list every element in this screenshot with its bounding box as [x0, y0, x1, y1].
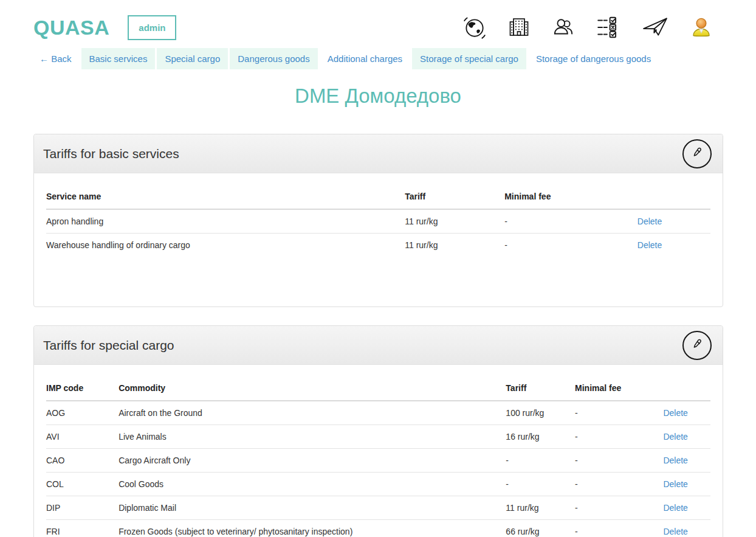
edit-special-button[interactable]: [682, 331, 712, 360]
delete-link[interactable]: Delete: [637, 240, 662, 250]
cell-action: Delete: [663, 496, 710, 520]
column-header: [637, 184, 710, 209]
cell-minimal-fee: -: [504, 234, 637, 257]
panel-title: Tariffs for basic services: [43, 147, 179, 161]
panel-special-header: Tariffs for special cargo: [34, 326, 723, 365]
delete-link[interactable]: Delete: [663, 456, 687, 465]
cell-tariff: 11 rur/kg: [506, 496, 575, 520]
column-header: Service name: [46, 184, 405, 209]
cell-imp-code: AVI: [46, 425, 119, 449]
table-row: Apron handling 11 rur/kg - Delete: [46, 209, 710, 234]
cell-commodity: Cool Goods: [119, 473, 506, 496]
cell-action: Delete: [637, 234, 710, 257]
column-header: IMP code: [46, 376, 119, 401]
nav-tab[interactable]: Storage of dangerous goods: [528, 48, 659, 69]
panel-special-cargo: Tariffs for special cargo IMP codeCommod…: [33, 325, 723, 537]
panel-basic-header: Tariffs for basic services: [34, 134, 723, 173]
cell-commodity: Diplomatic Mail: [119, 496, 506, 520]
cell-tariff: -: [506, 449, 575, 473]
column-header: Commodity: [119, 376, 506, 401]
cell-minimal-fee: -: [575, 449, 663, 473]
paper-plane-icon[interactable]: [641, 15, 670, 40]
cell-service-name: Apron handling: [46, 209, 405, 234]
table-row: AOG Aircraft on the Ground 100 rur/kg - …: [46, 401, 710, 425]
cell-tariff: 11 rur/kg: [405, 209, 504, 234]
nav-tab[interactable]: Storage of special cargo: [412, 48, 526, 69]
cell-action: Delete: [663, 473, 710, 496]
panel-special-body: IMP codeCommodityTariffMinimal fee AOG A…: [34, 365, 723, 537]
table-row: FRI Frozen Goods (subject to veterinary/…: [46, 520, 710, 537]
table-row: DIP Diplomatic Mail 11 rur/kg - Delete: [46, 496, 710, 520]
user-avatar-icon[interactable]: [689, 15, 713, 40]
panel-title: Tariffs for special cargo: [43, 338, 174, 353]
special-table-header-row: IMP codeCommodityTariffMinimal fee: [46, 376, 710, 401]
cell-minimal-fee: -: [575, 473, 663, 496]
cell-minimal-fee: -: [575, 425, 663, 449]
table-row: COL Cool Goods - - Delete: [46, 473, 710, 496]
users-icon[interactable]: [551, 15, 576, 40]
brand: QUASA admin: [33, 15, 176, 40]
app-logo[interactable]: QUASA: [33, 16, 109, 40]
column-header: Tariff: [405, 184, 504, 209]
nav-tab[interactable]: Additional charges: [320, 48, 410, 69]
cell-minimal-fee: -: [575, 496, 663, 520]
cell-commodity: Cargo Aircraft Only: [119, 449, 506, 473]
table-row: AVI Live Animals 16 rur/kg - Delete: [46, 425, 710, 449]
cell-tariff: -: [506, 473, 575, 496]
cell-imp-code: AOG: [46, 401, 119, 425]
header-icon-bar: [462, 15, 713, 40]
cell-action: Delete: [663, 425, 710, 449]
panel-basic-services: Tariffs for basic services Service nameT…: [33, 134, 723, 307]
column-header: Minimal fee: [575, 376, 663, 401]
column-header: Minimal fee: [504, 184, 637, 209]
task-list-icon[interactable]: [596, 15, 621, 40]
cell-imp-code: CAO: [46, 449, 119, 473]
app-header: QUASA admin: [0, 0, 756, 40]
cell-imp-code: DIP: [46, 496, 119, 520]
nav-tab[interactable]: Dangerous goods: [230, 48, 317, 69]
cell-imp-code: FRI: [46, 520, 119, 537]
nav-tabs: Basic services Special cargo Dangerous g…: [81, 48, 661, 69]
cell-minimal-fee: -: [575, 520, 663, 537]
panel-basic-body: Service nameTariffMinimal fee Apron hand…: [34, 173, 723, 307]
cell-minimal-fee: -: [504, 209, 637, 234]
delete-link[interactable]: Delete: [663, 408, 687, 418]
basic-table-header-row: Service nameTariffMinimal fee: [46, 184, 710, 209]
back-link[interactable]: ← Back: [33, 48, 79, 69]
delete-link[interactable]: Delete: [663, 503, 687, 513]
cell-tariff: 66 rur/kg: [506, 520, 575, 537]
cell-service-name: Warehouse handling of ordinary cargo: [46, 234, 405, 257]
special-table-body: AOG Aircraft on the Ground 100 rur/kg - …: [46, 401, 710, 537]
special-cargo-table: IMP codeCommodityTariffMinimal fee AOG A…: [46, 376, 710, 537]
building-icon[interactable]: [507, 15, 531, 40]
cell-minimal-fee: -: [575, 401, 663, 425]
nav-tab[interactable]: Special cargo: [157, 48, 228, 69]
edit-basic-button[interactable]: [682, 139, 712, 168]
cell-action: Delete: [663, 520, 710, 537]
table-row: Warehouse handling of ordinary cargo 11 …: [46, 234, 710, 257]
pencil-icon: [690, 338, 704, 353]
column-header: [663, 376, 710, 401]
role-badge: admin: [128, 15, 176, 40]
globe-icon[interactable]: [462, 15, 487, 40]
cell-tariff: 100 rur/kg: [506, 401, 575, 425]
page-title: DME Домодедово: [0, 85, 756, 108]
delete-link[interactable]: Delete: [663, 479, 687, 489]
cell-action: Delete: [637, 209, 710, 234]
cell-tariff: 16 rur/kg: [506, 425, 575, 449]
nav-tab[interactable]: Basic services: [81, 48, 156, 69]
delete-link[interactable]: Delete: [663, 527, 687, 536]
cell-commodity: Aircraft on the Ground: [119, 401, 506, 425]
cell-commodity: Frozen Goods (subject to veterinary/ phy…: [119, 520, 506, 537]
delete-link[interactable]: Delete: [663, 432, 687, 442]
tabs-row: ← Back Basic services Special cargo Dang…: [33, 48, 756, 69]
cell-commodity: Live Animals: [119, 425, 506, 449]
basic-services-table: Service nameTariffMinimal fee Apron hand…: [46, 184, 710, 257]
cell-action: Delete: [663, 449, 710, 473]
delete-link[interactable]: Delete: [637, 217, 662, 226]
cell-tariff: 11 rur/kg: [405, 234, 504, 257]
cell-action: Delete: [663, 401, 710, 425]
cell-imp-code: COL: [46, 473, 119, 496]
table-row: CAO Cargo Aircraft Only - - Delete: [46, 449, 710, 473]
column-header: Tariff: [506, 376, 575, 401]
